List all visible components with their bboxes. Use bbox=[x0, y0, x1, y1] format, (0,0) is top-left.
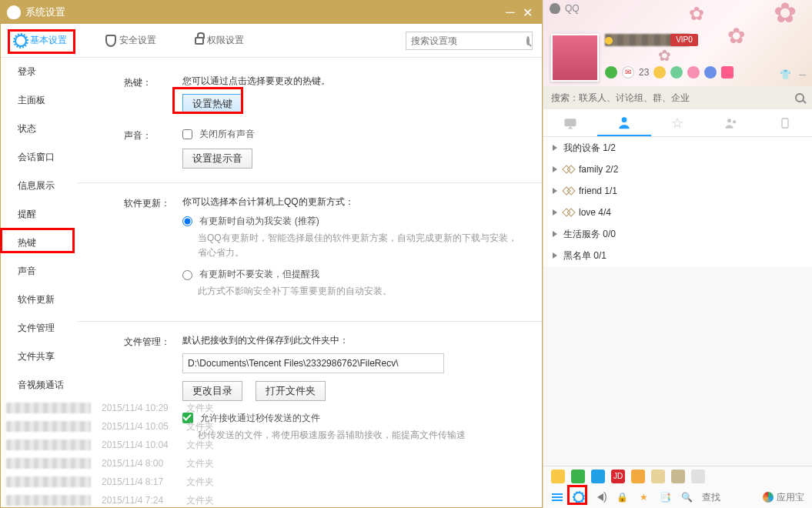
qq-logo-icon bbox=[7, 5, 21, 19]
background-file-list: 2015/11/4 10:29文件夹2015/11/4 10:05文件夹2015… bbox=[0, 399, 543, 508]
bottom-bar: JD 🔒 ★ 📑 🔍 查找 应用宝 bbox=[543, 466, 812, 508]
file-path-value: D:\Documents\Tencent Files\2332986762\Fi… bbox=[188, 358, 398, 369]
contact-group-label: 我的设备 1/2 bbox=[563, 142, 616, 155]
sidebar-item-7[interactable]: 声音 bbox=[1, 257, 78, 286]
app-shortcut-icon[interactable] bbox=[571, 470, 585, 483]
app-icon[interactable] bbox=[721, 66, 733, 79]
file-desc: 默认把接收到的文件保存到此文件夹中： bbox=[182, 334, 525, 347]
search-input[interactable] bbox=[411, 35, 526, 46]
contact-group-5[interactable]: 黑名单 0/1 bbox=[543, 245, 812, 266]
find-label[interactable]: 查找 bbox=[702, 491, 720, 504]
svg-rect-4 bbox=[782, 119, 788, 128]
skin-button[interactable]: 👕 bbox=[780, 69, 791, 80]
wallet-icon[interactable] bbox=[670, 66, 683, 79]
titlebar: 系统设置 ─ ✕ bbox=[1, 1, 542, 24]
nav-basic-settings[interactable]: 基本设置 bbox=[7, 31, 75, 50]
chevron-right-icon bbox=[553, 209, 557, 216]
message-count: 23 bbox=[639, 67, 649, 78]
close-all-sound-option[interactable]: 关闭所有声音 bbox=[182, 128, 525, 141]
jd-icon[interactable]: JD bbox=[611, 470, 625, 483]
contact-group-list: 我的设备 1/2family 2/2friend 1/1love 4/4生活服务… bbox=[543, 137, 812, 266]
qq-header: ✿ ✿ ✿ ✿ QQ VIP0 ✉ 23 👕 ─ bbox=[543, 0, 812, 86]
tab-messages[interactable] bbox=[543, 109, 597, 136]
appstore-link[interactable]: 应用宝 bbox=[763, 491, 804, 504]
close-button[interactable]: ✕ bbox=[519, 5, 536, 20]
appstore-label: 应用宝 bbox=[777, 491, 804, 504]
sidebar-item-9[interactable]: 文件管理 bbox=[1, 314, 78, 343]
sidebar-item-10[interactable]: 文件共享 bbox=[1, 343, 78, 371]
update-auto-radio[interactable] bbox=[182, 216, 192, 226]
minimize-button[interactable]: ─ bbox=[799, 69, 806, 80]
app-shortcut-row: JD bbox=[543, 466, 812, 486]
update-notify-radio[interactable] bbox=[182, 270, 192, 280]
tab-mobile[interactable] bbox=[758, 109, 812, 136]
shop-icon[interactable] bbox=[653, 66, 666, 79]
sidebar-item-2[interactable]: 状态 bbox=[1, 115, 78, 143]
main-tabs: ☆ bbox=[543, 109, 812, 137]
close-all-sound-checkbox[interactable] bbox=[182, 129, 192, 139]
appstore-icon bbox=[763, 492, 774, 503]
file-label: 文件管理： bbox=[124, 334, 182, 349]
tab-contacts[interactable] bbox=[597, 109, 651, 136]
nav-permission-settings[interactable]: 权限设置 bbox=[187, 31, 252, 50]
minimize-button[interactable]: ─ bbox=[502, 5, 519, 19]
contact-group-4[interactable]: 生活服务 0/0 bbox=[543, 223, 812, 245]
file-path-field[interactable]: D:\Documents\Tencent Files\2332986762\Fi… bbox=[182, 353, 444, 373]
top-nav: 基本设置 安全设置 权限设置 bbox=[1, 24, 542, 58]
qzone-icon[interactable] bbox=[605, 66, 617, 79]
window-title: 系统设置 bbox=[25, 5, 502, 19]
add-button[interactable]: 📑 bbox=[659, 491, 671, 503]
vip-badge: VIP0 bbox=[670, 34, 698, 46]
menu-button[interactable] bbox=[551, 491, 563, 503]
app-shortcut-icon[interactable] bbox=[591, 470, 605, 483]
find-icon[interactable]: 🔍 bbox=[680, 491, 693, 503]
status-indicator[interactable] bbox=[605, 37, 613, 45]
app-shortcut-icon[interactable] bbox=[551, 470, 565, 483]
contact-group-2[interactable]: friend 1/1 bbox=[543, 180, 812, 202]
update-desc: 你可以选择本台计算机上QQ的更新方式： bbox=[182, 196, 525, 209]
cloud-icon[interactable] bbox=[704, 66, 717, 79]
contact-group-3[interactable]: love 4/4 bbox=[543, 202, 812, 223]
app-shortcut-icon[interactable] bbox=[651, 470, 665, 483]
sidebar-item-6[interactable]: 热键 bbox=[1, 229, 78, 257]
set-alert-sound-button[interactable]: 设置提示音 bbox=[182, 149, 252, 169]
contact-group-0[interactable]: 我的设备 1/2 bbox=[543, 137, 812, 159]
contact-group-label: 黑名单 0/1 bbox=[563, 249, 606, 262]
app-shortcut-icon[interactable] bbox=[691, 470, 705, 483]
news-icon[interactable] bbox=[687, 66, 700, 79]
sidebar-item-8[interactable]: 软件更新 bbox=[1, 286, 78, 314]
flower-icon: ✿ bbox=[689, 3, 720, 34]
sidebar-item-1[interactable]: 主面板 bbox=[1, 86, 78, 115]
chevron-right-icon bbox=[553, 252, 557, 259]
nav-security-settings[interactable]: 安全设置 bbox=[98, 31, 164, 50]
sidebar-item-11[interactable]: 音视频通话 bbox=[1, 371, 78, 399]
tab-groups[interactable] bbox=[704, 109, 758, 136]
contact-search[interactable]: 搜索：联系人、讨论组、群、企业 bbox=[543, 86, 812, 109]
mail-icon[interactable]: ✉ bbox=[622, 66, 634, 79]
group-deco-icon bbox=[563, 209, 574, 216]
contact-group-1[interactable]: family 2/2 bbox=[543, 159, 812, 180]
sound-label: 声音： bbox=[124, 128, 182, 142]
update-notify-option[interactable]: 有更新时不要安装，但提醒我 bbox=[182, 268, 525, 281]
update-notify-desc: 此方式不影响安全补丁等重要更新的自动安装。 bbox=[198, 284, 525, 299]
change-dir-button[interactable]: 更改目录 bbox=[182, 381, 242, 401]
contact-group-label: love 4/4 bbox=[579, 207, 611, 218]
sidebar-item-4[interactable]: 信息展示 bbox=[1, 172, 78, 200]
update-auto-option[interactable]: 有更新时自动为我安装 (推荐) bbox=[182, 215, 525, 228]
settings-search[interactable] bbox=[406, 32, 533, 50]
favorite-button[interactable]: ★ bbox=[637, 491, 650, 503]
open-dir-button[interactable]: 打开文件夹 bbox=[256, 381, 326, 401]
settings-button[interactable] bbox=[573, 491, 585, 503]
header-icon-row: ✉ 23 bbox=[605, 66, 733, 79]
tab-favorites[interactable]: ☆ bbox=[651, 109, 705, 136]
sidebar-item-0[interactable]: 登录 bbox=[1, 58, 78, 86]
svg-point-2 bbox=[727, 119, 731, 122]
avatar[interactable] bbox=[551, 34, 599, 82]
set-hotkey-button[interactable]: 设置热键 bbox=[182, 94, 242, 114]
app-shortcut-icon[interactable] bbox=[671, 470, 685, 483]
sound-button[interactable] bbox=[594, 491, 606, 503]
sidebar-item-3[interactable]: 会话窗口 bbox=[1, 143, 78, 172]
app-shortcut-icon[interactable] bbox=[631, 470, 645, 483]
sidebar-item-5[interactable]: 提醒 bbox=[1, 200, 78, 229]
security-button[interactable]: 🔒 bbox=[616, 491, 628, 503]
